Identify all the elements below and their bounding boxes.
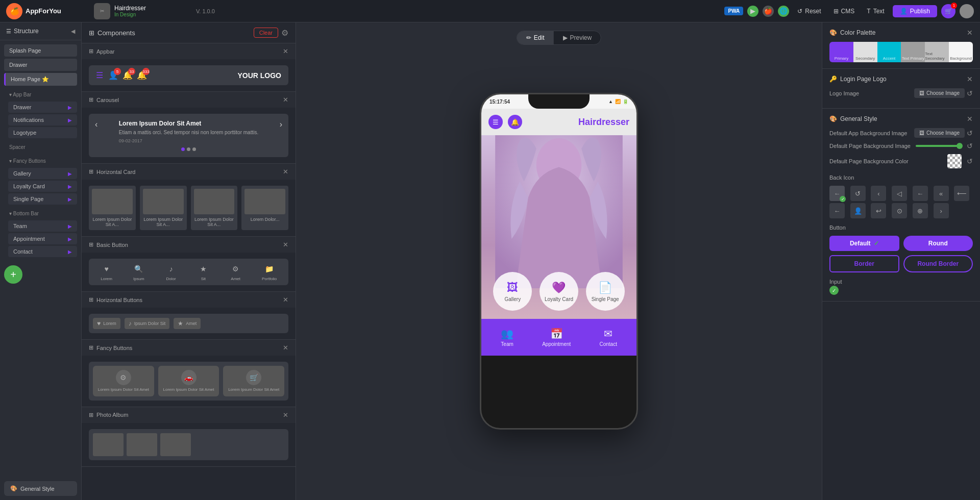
carousel-dot-1[interactable] [181,147,185,151]
basic-btn-music[interactable]: ♪ Dolor [165,263,177,281]
app-bg-reset-button[interactable]: ↺ [967,129,973,137]
apple-icon[interactable]: 🍎 [763,6,774,17]
back-icon-chevron-left[interactable]: ‹ [871,186,886,201]
page-bg-color-reset-button[interactable]: ↺ [967,157,973,165]
collapse-icon[interactable]: ◀ [71,28,75,35]
back-icon-person[interactable]: 👤 [850,203,866,218]
appbar-close-icon[interactable]: ✕ [283,47,288,55]
general-style-close-icon[interactable]: ✕ [967,115,973,123]
carousel-prev-icon[interactable]: ‹ [95,120,97,129]
sidebar-item-single-page[interactable]: Single Page▶ [8,193,77,205]
color-background[interactable]: Background [949,42,973,62]
user-avatar[interactable] [960,4,974,18]
back-icon-double-left[interactable]: « [934,186,949,201]
color-text-primary[interactable]: Text Primary [901,42,925,62]
carousel-close-icon[interactable]: ✕ [283,96,288,104]
btn-round-border[interactable]: Round Border [903,255,973,272]
mid-settings-icon[interactable]: ⚙ [281,28,288,38]
fancy-btn-2[interactable]: 🚗 Lorem Ipsum Dolor Sit Amet [158,366,219,396]
sidebar-item-contact[interactable]: Contact▶ [8,246,77,257]
hbtn-music[interactable]: ♪ Ipsum Dolor Sit [125,318,170,329]
phone-loyalty-btn[interactable]: 💜 Loyalty Card [540,272,578,311]
back-icon-arrow-left-2[interactable]: ⟵ [954,186,969,201]
btn-round[interactable]: Round [903,236,973,251]
hbtn-heart[interactable]: ♥ Lorem [93,318,120,329]
color-secondary[interactable]: Secondary [853,42,877,62]
text-button[interactable]: T Text [863,6,888,17]
cart-button[interactable]: 🛒 1 [941,4,955,18]
color-primary[interactable]: Primary [829,42,853,62]
fancy-btn-3[interactable]: 🛒 Lorem Ipsum Dolor Sit Amet [223,366,284,396]
back-icon-refresh[interactable]: ↺ [850,186,866,201]
sidebar-item-logotype[interactable]: Logotype [8,127,77,138]
sidebar-item-home[interactable]: Home Page ⭐ [4,73,77,86]
pwa-badge[interactable]: PWA [724,7,743,15]
fancy-btn-1[interactable]: ⚙ Lorem Ipsum Dolor Sit Amet [93,366,154,396]
back-icon-circle-left[interactable]: ◁ [892,186,907,201]
web-icon[interactable]: 🌐 [778,6,789,17]
publish-button[interactable]: 👤 Publish [893,5,937,17]
back-icon-arrow-left[interactable]: ← [829,186,845,201]
login-logo-close-icon[interactable]: ✕ [967,75,973,83]
carousel-dot-3[interactable] [192,147,196,151]
color-text-secondary[interactable]: Text Secondary [925,42,949,62]
app-bg-choose-button[interactable]: 🖼 Choose Image [914,128,965,138]
sidebar-item-drawer2[interactable]: Drawer▶ [8,102,77,113]
app-status: In Design [114,12,146,17]
back-icon-thin-arrow[interactable]: › [934,203,949,218]
back-icon-plus[interactable]: ⊕ [913,203,928,218]
phone-app-title: Hairdresser [578,117,629,128]
basic-btn-star[interactable]: ★ Sit [197,263,209,281]
basic-btn-heart[interactable]: ♥ Lorem [101,263,113,281]
hbtn-close-icon[interactable]: ✕ [283,296,288,304]
sidebar-item-gallery[interactable]: Gallery▶ [8,168,77,179]
phone-team-btn[interactable]: 👥 Team [501,328,513,347]
add-component-button[interactable]: + [4,265,22,284]
page-bg-reset-button[interactable]: ↺ [967,142,973,150]
carousel-next-icon[interactable]: › [280,120,282,129]
general-style-button[interactable]: 🎨 General Style [4,481,77,496]
hcard-close-icon[interactable]: ✕ [283,168,288,176]
phone-appointment-btn[interactable]: 📅 Appointment [542,328,571,347]
back-icon-thin-left[interactable]: ← [913,186,928,201]
sidebar-item-notifications[interactable]: Notifications▶ [8,114,77,126]
phone-menu-button[interactable]: ☰ [488,115,503,129]
phone-notification-button[interactable]: 🔔 [508,115,522,129]
sidebar-item-splash[interactable]: Splash Page [4,44,77,57]
android-icon[interactable]: ▶ [747,6,758,17]
phone-gallery-btn[interactable]: 🖼 Gallery [493,272,532,311]
page-bg-color-picker[interactable] [947,154,962,168]
preview-tab[interactable]: ▶ Preview [554,31,601,44]
page-bg-slider[interactable] [916,145,962,147]
sidebar-item-drawer[interactable]: Drawer [4,59,77,71]
sidebar-item-appointment[interactable]: Appointment▶ [8,233,77,244]
logo-reset-button[interactable]: ↺ [967,89,973,97]
phone-single-page-btn[interactable]: 📄 Single Page [586,272,625,311]
btn-border[interactable]: Border [829,255,899,272]
reset-button[interactable]: ↺ Reset [793,6,825,17]
photo-album-close-icon[interactable]: ✕ [283,411,288,419]
sidebar-item-loyalty-card[interactable]: Loyalty Card▶ [8,181,77,192]
hbtn-star[interactable]: ★ Amet [174,318,201,329]
logo-choose-button[interactable]: 🖼 Choose Image [914,88,965,98]
phone-bottom-bar: 👥 Team 📅 Appointment ✉ Contact [481,319,636,356]
back-icon-rotate[interactable]: ↩ [871,203,886,218]
back-icon-long-left[interactable]: ← [829,203,845,218]
carousel-dot-2[interactable] [187,147,190,151]
color-accent[interactable]: Accent [877,42,901,62]
btn-default[interactable]: Default ✓ [829,236,899,251]
basic-btn-folder[interactable]: 📁 Portfolio [262,263,277,281]
basic-btn-search[interactable]: 🔍 Ipsum [133,263,145,281]
basic-btn-close-icon[interactable]: ✕ [283,241,288,248]
phone-contact-btn[interactable]: ✉ Contact [599,328,617,347]
edit-tab[interactable]: ✏ Edit [517,31,554,44]
basic-btn-gear[interactable]: ⚙ Amet [230,263,242,281]
back-icon-circle-outline[interactable]: ⊙ [892,203,907,218]
cms-button[interactable]: ⊞ CMS [829,6,859,17]
fancy-btn-close-icon[interactable]: ✕ [283,344,288,352]
page-bg-slider-row: ↺ [916,142,973,150]
sidebar-item-team[interactable]: Team▶ [8,220,77,232]
color-palette-close-icon[interactable]: ✕ [967,29,973,37]
clear-button[interactable]: Clear [254,28,278,38]
hcard-section: ⊞ Horizontal Card ✕ Lorem Ipsum Dolor Si… [82,164,296,237]
